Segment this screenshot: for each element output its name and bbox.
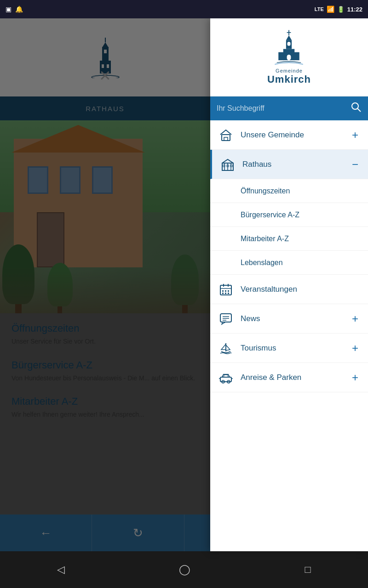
menu-label-rathaus: Rathaus: [242, 160, 349, 169]
main-area: ✕ RATHAUS: [0, 18, 368, 551]
search-input[interactable]: [217, 104, 347, 113]
logo-umkirch: Umkirch: [267, 74, 311, 85]
svg-marker-45: [226, 345, 230, 351]
svg-rect-37: [225, 293, 226, 294]
svg-rect-15: [279, 52, 284, 60]
expand-news: +: [349, 312, 362, 325]
menu-item-unsere-gemeinde[interactable]: Unsere Gemeinde +: [210, 120, 368, 150]
svg-rect-36: [222, 293, 224, 294]
close-icon: ✕: [99, 67, 111, 85]
android-nav-bar: ◁ ◯ □: [0, 551, 368, 588]
menu-label-news: News: [241, 314, 349, 323]
svg-rect-14: [287, 54, 291, 60]
building-icon: [218, 155, 237, 174]
expand-unsere-gemeinde: +: [349, 129, 362, 141]
calendar-icon: [217, 280, 235, 299]
search-bar: [210, 96, 368, 120]
svg-rect-16: [294, 52, 299, 60]
sim-icon: ▣: [6, 6, 12, 13]
signal-bars: 📶: [327, 6, 334, 13]
logo-gemeinde: Gemeinde: [267, 68, 311, 74]
svg-marker-44: [221, 344, 226, 350]
search-icon[interactable]: [351, 102, 362, 115]
menu-item-tourismus[interactable]: Tourismus +: [210, 334, 368, 363]
left-panel: ✕ RATHAUS: [0, 18, 210, 551]
status-bar: ▣ 🔔 LTE 📶 🔋 11:22: [0, 0, 368, 18]
notification-icon: 🔔: [15, 6, 23, 13]
logo-container: Gemeinde Umkirch: [267, 29, 311, 85]
right-panel: Gemeinde Umkirch: [210, 18, 368, 551]
submenu-label-burgerservice: Bürgerservice A-Z: [241, 211, 299, 219]
svg-rect-20: [224, 137, 228, 141]
submenu-label-lebenslagen: Lebenslagen: [241, 259, 283, 267]
menu-label-tourismus: Tourismus: [241, 344, 349, 353]
close-button[interactable]: ✕: [94, 64, 117, 87]
menu-label-anreise: Anreise & Parken: [241, 373, 349, 382]
time-display: 11:22: [347, 6, 362, 13]
svg-point-17: [352, 103, 358, 109]
menu-logo-header: Gemeinde Umkirch: [210, 18, 368, 96]
lte-indicator: LTE: [315, 6, 324, 12]
menu-label-veranstaltungen: Veranstaltungen: [241, 285, 349, 294]
news-icon: [217, 310, 235, 328]
menu-item-anreise[interactable]: Anreise & Parken +: [210, 363, 368, 392]
submenu-item-mitarbeiter[interactable]: Mitarbeiter A-Z: [210, 227, 368, 251]
submenu-item-offnungszeiten[interactable]: Öffnungszeiten: [210, 179, 368, 203]
svg-rect-12: [288, 41, 291, 45]
submenu-label-mitarbeiter: Mitarbeiter A-Z: [241, 235, 289, 243]
menu-items-list: Unsere Gemeinde +: [210, 120, 368, 551]
status-bar-left: ▣ 🔔: [6, 6, 23, 13]
menu-item-veranstaltungen[interactable]: Veranstaltungen: [210, 275, 368, 304]
submenu-item-burgerservice[interactable]: Bürgerservice A-Z: [210, 203, 368, 227]
car-icon: [217, 368, 235, 387]
menu-label-unsere-gemeinde: Unsere Gemeinde: [241, 130, 349, 140]
svg-marker-10: [286, 35, 292, 40]
expand-anreise: +: [349, 371, 362, 384]
svg-rect-34: [225, 290, 226, 292]
expand-tourismus: +: [349, 342, 362, 355]
svg-rect-33: [222, 290, 224, 292]
menu-item-rathaus[interactable]: Rathaus −: [210, 150, 368, 179]
dimmer-overlay: [0, 18, 210, 551]
boat-icon: [217, 339, 235, 357]
home-icon: [217, 126, 235, 144]
church-logo-icon: [273, 29, 305, 66]
svg-line-18: [357, 108, 361, 112]
submenu-label-offnungszeiten: Öffnungszeiten: [241, 187, 290, 195]
status-bar-right: LTE 📶 🔋 11:22: [315, 6, 362, 13]
android-back-button[interactable]: ◁: [57, 564, 65, 576]
svg-rect-39: [220, 314, 231, 322]
svg-rect-38: [228, 293, 229, 294]
android-recents-button[interactable]: □: [305, 564, 311, 576]
svg-rect-35: [228, 290, 229, 292]
android-home-button[interactable]: ◯: [179, 564, 190, 576]
battery-icon: 🔋: [337, 6, 345, 13]
submenu-item-lebenslagen[interactable]: Lebenslagen: [210, 251, 368, 275]
menu-item-news[interactable]: News +: [210, 304, 368, 334]
logo-text: Gemeinde Umkirch: [267, 68, 311, 85]
expand-rathaus: −: [349, 158, 362, 171]
